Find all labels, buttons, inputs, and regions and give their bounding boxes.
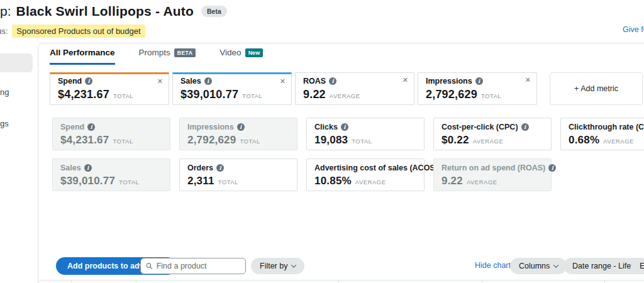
metric-card-unit: AVERAGE <box>330 92 360 99</box>
beta-tag: BETA <box>174 48 196 57</box>
tile-value: 19,083 <box>314 134 348 147</box>
tile-value: $4,231.67 <box>60 134 109 147</box>
metric-tile-cpc[interactable]: Cost-per-click (CPC)i $0.22AVERAGE <box>433 118 552 150</box>
columns-button[interactable]: Columns <box>510 258 567 274</box>
tile-label: Orders <box>187 164 213 172</box>
metric-tile-sales[interactable]: Salesi $39,010.77TOTAL <box>52 158 170 191</box>
info-icon[interactable]: i <box>84 164 92 172</box>
metric-card-unit: TOTAL <box>481 92 501 99</box>
column-divider <box>604 280 605 283</box>
performance-panel: All Performance Prompts BETA Video New S… <box>38 43 644 283</box>
close-icon[interactable]: ✕ <box>402 77 408 84</box>
info-icon[interactable]: i <box>204 77 212 85</box>
info-icon[interactable]: i <box>87 123 95 131</box>
tile-value: 2,311 <box>187 175 214 187</box>
sidebar-item-targeting-fragment[interactable]: ng <box>0 87 9 97</box>
close-icon[interactable]: ✕ <box>280 78 286 85</box>
metric-card-roas: ROAS i ✕ 9.22 AVERAGE <box>295 72 414 105</box>
tile-unit: TOTAL <box>119 179 139 186</box>
metric-card-sales: Sales i ✕ $39,010.77 TOTAL <box>172 72 292 105</box>
metric-tile-acos[interactable]: Advertising cost of sales (ACOS)i 10.85%… <box>306 158 425 191</box>
export-label-fragment: Ex <box>640 262 644 270</box>
info-icon[interactable]: i <box>216 164 224 172</box>
info-icon[interactable]: i <box>548 164 556 172</box>
metric-tile-spend[interactable]: Spendi $4,231.67TOTAL <box>52 118 170 150</box>
tile-label: Sales <box>60 164 81 172</box>
tile-label: Clicks <box>314 123 338 131</box>
metric-tile-roas[interactable]: Return on ad spend (ROAS)i 9.22AVERAGE <box>433 158 552 191</box>
tile-unit: AVERAGE <box>467 179 497 186</box>
metric-tile-grid: Spendi $4,231.67TOTAL Impressionsi 2,792… <box>52 118 644 191</box>
metric-card-label: Sales <box>180 77 201 86</box>
status-label-fragment: us: <box>0 26 8 36</box>
tile-unit: TOTAL <box>113 138 133 145</box>
page-title: Black Swirl Lollipops - Auto <box>16 4 194 19</box>
tab-all-performance[interactable]: All Performance <box>50 48 115 65</box>
metric-card-unit: TOTAL <box>242 92 262 99</box>
info-icon[interactable]: i <box>341 123 348 131</box>
info-icon[interactable]: i <box>237 123 245 131</box>
tile-label: Advertising cost of sales (ACOS) <box>314 164 438 172</box>
tile-label: Spend <box>60 123 84 131</box>
tile-value: 2,792,629 <box>187 134 236 147</box>
tile-label: Cost-per-click (CPC) <box>441 123 518 131</box>
tab-video[interactable]: Video New <box>219 48 263 63</box>
beta-badge: Beta <box>201 6 227 17</box>
chevron-down-icon <box>291 262 296 267</box>
filter-by-button[interactable]: Filter by <box>251 258 304 274</box>
metric-card-label: Impressions <box>426 77 472 86</box>
tile-value: $0.22 <box>441 134 469 147</box>
metric-tile-orders[interactable]: Ordersi 2,311TOTAL <box>179 158 297 191</box>
column-divider <box>482 280 482 283</box>
metric-card-unit: TOTAL <box>113 92 133 99</box>
export-button[interactable]: Ex <box>631 258 644 274</box>
tile-value: 10.85% <box>314 175 352 187</box>
metric-card-label: ROAS <box>303 77 326 86</box>
page-header: p: Black Swirl Lollipops - Auto Beta <box>0 4 227 19</box>
table-toolbar: Add products to advertise Filter by Hide… <box>38 257 644 276</box>
info-icon[interactable]: i <box>85 77 92 85</box>
tab-prompts-label: Prompts <box>139 48 170 57</box>
chevron-down-icon <box>553 262 558 267</box>
metric-card-value: 9.22 <box>303 88 326 101</box>
status-badge: Sponsored Products out of budget <box>12 25 145 38</box>
tile-label: Impressions <box>187 123 234 131</box>
page-title-prefix-fragment: p: <box>0 4 11 19</box>
search-icon <box>146 262 153 270</box>
new-tag: New <box>245 48 264 57</box>
sidebar-item-settings-fragment[interactable]: gs <box>0 119 9 128</box>
search-input[interactable] <box>157 262 240 270</box>
column-divider <box>71 280 72 283</box>
tile-unit: AVERAGE <box>355 179 386 186</box>
info-icon[interactable]: i <box>475 77 483 85</box>
columns-label: Columns <box>519 262 550 270</box>
status-row: us: Sponsored Products out of budget <box>0 25 145 38</box>
metric-card-value: 2,792,629 <box>426 88 477 101</box>
tab-bar: All Performance Prompts BETA Video New <box>50 48 263 65</box>
close-icon[interactable]: ✕ <box>157 78 163 85</box>
sidebar-selected-item[interactable] <box>0 53 33 72</box>
close-icon[interactable]: ✕ <box>525 77 531 84</box>
metric-tile-ctr[interactable]: Clickthrough rate (CTR)i 0.68%AVERAGE <box>560 118 644 150</box>
info-icon[interactable]: i <box>329 77 336 85</box>
column-divider <box>136 280 136 283</box>
info-icon[interactable]: i <box>521 123 529 131</box>
tile-unit: TOTAL <box>352 138 372 145</box>
give-feedback-link[interactable]: Give fe <box>623 25 644 34</box>
table-header-strip <box>38 280 644 283</box>
tile-label: Return on ad spend (ROAS) <box>441 164 545 172</box>
metric-tile-clicks[interactable]: Clicksi 19,083TOTAL <box>306 118 425 150</box>
tab-prompts[interactable]: Prompts BETA <box>139 48 196 63</box>
product-search[interactable] <box>140 258 246 274</box>
tile-value: 9.22 <box>441 175 463 187</box>
metric-tile-impressions[interactable]: Impressionsi 2,792,629TOTAL <box>179 118 297 150</box>
tile-unit: TOTAL <box>240 138 260 145</box>
add-metric-button[interactable]: + Add metric <box>550 72 643 105</box>
metric-card-label: Spend <box>58 77 82 86</box>
column-divider <box>338 280 339 283</box>
metric-card-value: $39,010.77 <box>180 88 238 101</box>
tile-unit: AVERAGE <box>473 138 504 145</box>
tab-all-performance-label: All Performance <box>50 48 115 57</box>
tile-value: 0.68% <box>569 134 599 147</box>
hide-chart-link[interactable]: Hide chart <box>475 261 511 270</box>
